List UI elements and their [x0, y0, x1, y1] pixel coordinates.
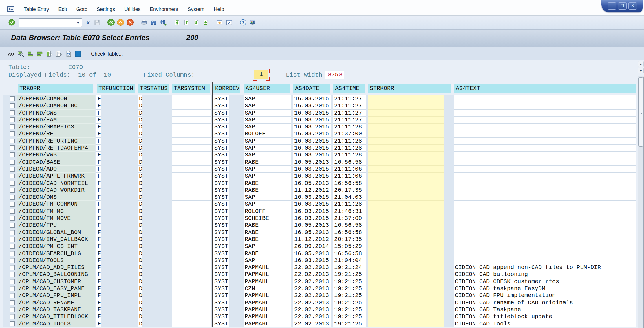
- system-menu-icon[interactable]: [6, 5, 15, 13]
- row-select-checkbox[interactable]: [10, 293, 15, 298]
- cell-value: [172, 306, 211, 313]
- cell-value: 19:21:25: [333, 299, 366, 306]
- menu-item-edit[interactable]: Edit: [54, 4, 72, 14]
- menu-item-settings[interactable]: Settings: [92, 4, 120, 14]
- command-input[interactable]: [19, 18, 82, 27]
- info-icon[interactable]: [74, 50, 82, 58]
- collapse-icon[interactable]: «: [85, 19, 92, 26]
- column-header-label[interactable]: AS4TEXT: [454, 84, 636, 93]
- row-select-checkbox[interactable]: [10, 237, 15, 242]
- customize-icon[interactable]: [248, 19, 257, 26]
- row-select-checkbox[interactable]: [10, 139, 15, 143]
- row-select-checkbox[interactable]: [10, 103, 15, 108]
- row-select-checkbox[interactable]: [10, 181, 15, 186]
- cell-korrdev: SYST: [213, 285, 243, 292]
- cell-value: 16.05.2013: [293, 222, 331, 229]
- row-select-checkbox[interactable]: [10, 258, 15, 263]
- fixed-columns-input[interactable]: 1: [254, 70, 268, 79]
- close-button[interactable]: ✕: [628, 2, 637, 10]
- command-dropdown-icon[interactable]: ▼: [75, 20, 81, 26]
- menu-item-help[interactable]: Help: [209, 4, 229, 14]
- row-select-checkbox[interactable]: [10, 145, 15, 150]
- scroll-down-button[interactable]: ▼: [638, 68, 644, 73]
- row-select-checkbox[interactable]: [10, 202, 15, 207]
- back-icon[interactable]: [107, 19, 115, 26]
- column-header-label[interactable]: TRSTATUS: [138, 84, 169, 93]
- row-select-checkbox[interactable]: [10, 321, 15, 326]
- menu-item-table-entry[interactable]: Table Entry: [19, 4, 54, 14]
- column-header-label[interactable]: STRKORR: [368, 84, 451, 93]
- column-header-label[interactable]: AS4DATE: [293, 84, 330, 93]
- set-filter-icon[interactable]: [45, 50, 53, 58]
- cell-trfunction: F: [96, 152, 137, 159]
- vertical-scrollbar-thumb[interactable]: [638, 77, 643, 147]
- save-icon[interactable]: [93, 19, 101, 26]
- row-select-checkbox[interactable]: [10, 223, 15, 228]
- row-select-checkbox[interactable]: [10, 110, 15, 115]
- row-select-checkbox[interactable]: [10, 307, 15, 312]
- row-select-checkbox[interactable]: [10, 124, 15, 129]
- column-header-label[interactable]: TRFUNCTION: [97, 84, 135, 93]
- first-page-icon[interactable]: [173, 19, 181, 26]
- cell-trfunction: F: [96, 194, 137, 201]
- restore-button[interactable]: ❐: [618, 2, 627, 10]
- row-select-checkbox[interactable]: [10, 244, 15, 249]
- new-session-icon[interactable]: [215, 19, 224, 26]
- row-select-checkbox[interactable]: [10, 314, 15, 319]
- check-table-button[interactable]: Check Table...: [89, 51, 125, 57]
- exit-icon[interactable]: [116, 19, 125, 26]
- vertical-scrollbar-track[interactable]: [638, 76, 644, 328]
- row-select-checkbox[interactable]: [10, 251, 15, 256]
- row-select-checkbox[interactable]: [10, 230, 15, 235]
- row-select-checkbox[interactable]: [10, 216, 15, 221]
- row-select-checkbox[interactable]: [10, 279, 15, 284]
- page-down-icon[interactable]: [192, 19, 200, 26]
- row-select-checkbox[interactable]: [10, 209, 15, 214]
- minimize-button[interactable]: —: [608, 2, 616, 10]
- find-icon[interactable]: [149, 19, 158, 26]
- row-select-checkbox[interactable]: [10, 117, 15, 122]
- column-header-label[interactable]: TARSYSTEM: [172, 84, 210, 93]
- row-select-checkbox[interactable]: [10, 272, 15, 277]
- cell-value: SAP: [244, 257, 291, 264]
- row-select-checkbox[interactable]: [10, 174, 15, 178]
- scroll-up-button[interactable]: ▲: [638, 61, 644, 67]
- cell-trfunction: F: [96, 271, 137, 278]
- page-up-icon[interactable]: [182, 19, 191, 26]
- cell-trfunction: F: [96, 208, 137, 215]
- sort-desc-icon[interactable]: [36, 50, 44, 58]
- create-shortcut-icon[interactable]: [225, 19, 233, 26]
- print-icon[interactable]: [140, 19, 148, 26]
- row-select-checkbox[interactable]: [10, 167, 15, 172]
- column-header-label[interactable]: TRKORR: [18, 84, 93, 93]
- row-select-checkbox[interactable]: [10, 286, 15, 291]
- menu-item-system[interactable]: System: [183, 4, 209, 14]
- column-header-label[interactable]: AS4TIME: [333, 84, 365, 93]
- row-select-checkbox[interactable]: [10, 195, 15, 200]
- column-header-label[interactable]: AS4USER: [244, 84, 290, 93]
- check-entry-icon[interactable]: [17, 50, 25, 58]
- menu-item-goto[interactable]: Goto: [72, 4, 92, 14]
- sort-asc-icon[interactable]: [26, 50, 34, 58]
- filter-alt-icon[interactable]: [55, 50, 63, 58]
- row-select-checkbox[interactable]: [10, 188, 15, 193]
- row-select-checkbox[interactable]: [10, 96, 15, 101]
- help-icon[interactable]: ?: [239, 19, 247, 26]
- refresh-icon[interactable]: [65, 50, 72, 58]
- display-icon[interactable]: [7, 50, 15, 58]
- row-select-checkbox[interactable]: [10, 265, 15, 270]
- row-select-checkbox[interactable]: [10, 300, 15, 305]
- cell-value: 21:11:27: [333, 117, 366, 124]
- column-header-label[interactable]: KORRDEV: [213, 84, 240, 93]
- row-select-checkbox[interactable]: [10, 160, 15, 165]
- row-select-checkbox[interactable]: [10, 131, 15, 136]
- last-page-icon[interactable]: [202, 19, 210, 26]
- find-next-icon[interactable]: [159, 19, 167, 26]
- cell-value: CIDEON CAD Tools: [454, 320, 636, 327]
- row-select-checkbox[interactable]: [10, 152, 15, 157]
- menu-item-utilities[interactable]: Utilities: [120, 4, 145, 14]
- menu-item-environment[interactable]: Environment: [145, 4, 183, 14]
- cell-value: D: [138, 194, 142, 201]
- cancel-icon[interactable]: [126, 19, 134, 26]
- enter-icon[interactable]: [8, 19, 16, 26]
